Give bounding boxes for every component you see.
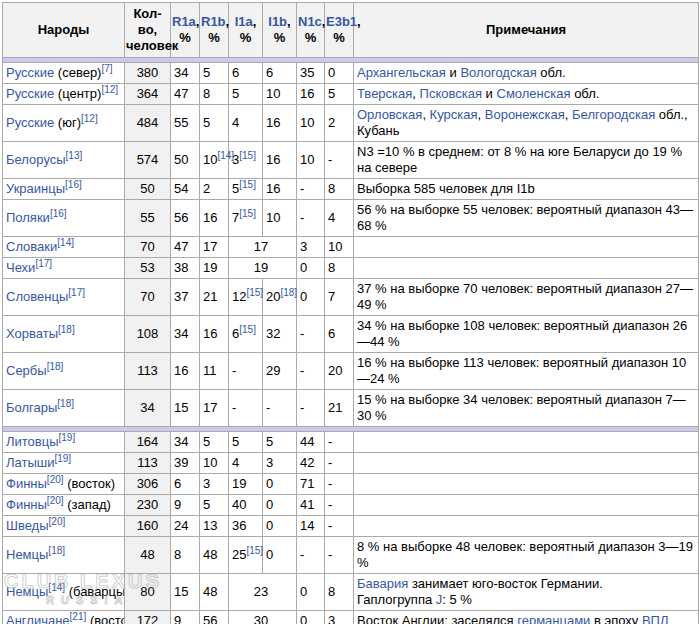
haplogroup-link-E3b1[interactable]: E3b1 [326,14,357,29]
wiki-link[interactable]: Словаки [6,239,57,254]
wiki-link[interactable]: Украинцы [6,181,65,196]
wiki-link[interactable]: Англичане [6,613,70,624]
footnote-ref[interactable]: [17] [35,258,52,269]
wiki-link[interactable]: Шведы [6,518,49,533]
wiki-link[interactable]: Финны [6,476,47,491]
value-cell: 10 [325,237,354,258]
footnote-ref-link[interactable]: [15] [239,208,256,219]
footnote-ref-link[interactable]: [20] [47,474,64,485]
footnote-ref-link[interactable]: [18] [47,361,64,372]
wiki-link[interactable]: Архангельская [357,65,446,80]
haplogroup-link-R1a[interactable]: R1a [172,14,196,29]
footnote-ref[interactable]: [20] [47,495,64,506]
wiki-link[interactable]: Белорусы [6,152,66,167]
wiki-link[interactable]: Белгородская [572,107,655,122]
footnote-ref[interactable]: [14] [57,237,74,248]
footnote-ref-link[interactable]: [12] [81,113,98,124]
wiki-link[interactable]: Латыши [6,455,54,470]
wiki-link[interactable]: Хорваты [6,326,58,341]
wiki-link[interactable]: Псковская [420,86,482,101]
wiki-link[interactable]: Немцы [6,584,48,599]
footnote-ref-link[interactable]: [15] [246,287,263,298]
footnote-ref[interactable]: [18] [58,324,75,335]
footnote-ref-link[interactable]: [17] [68,287,85,298]
footnote-ref[interactable]: [19] [59,432,76,443]
people-cell: Литовцы[19] [3,432,125,453]
footnote-ref[interactable]: [18] [280,287,297,298]
wiki-link[interactable]: Финны [6,497,47,512]
footnote-ref[interactable]: [20] [47,474,64,485]
footnote-ref[interactable]: [15] [239,324,256,335]
footnote-ref-link[interactable]: [17] [35,258,52,269]
footnote-ref-link[interactable]: [15] [239,324,256,335]
footnote-ref-link[interactable]: [20] [49,516,66,527]
haplogroup-link-R1b[interactable]: R1b [201,14,226,29]
wiki-link[interactable]: Вологодская [460,65,536,80]
footnote-ref[interactable]: [17] [68,287,85,298]
footnote-ref[interactable]: [18] [48,545,65,556]
wiki-link[interactable]: Сербы [6,363,47,378]
wiki-link[interactable]: Словенцы [6,289,68,304]
footnote-ref-link[interactable]: [19] [59,432,76,443]
wiki-link[interactable]: Орловская [357,107,422,122]
wiki-link[interactable]: Тверская [357,86,412,101]
footnote-ref-link[interactable]: [16] [65,179,82,190]
footnote-ref[interactable]: [12] [101,84,118,95]
haplogroup-link-I1a[interactable]: I1a [235,14,253,29]
value-cell: 10 [263,84,297,105]
footnote-ref[interactable]: [21] [70,611,87,622]
wiki-link[interactable]: Чехи [6,260,35,275]
footnote-ref[interactable]: [18] [47,361,64,372]
footnote-ref[interactable]: [16] [65,179,82,190]
haplogroup-link-N1c[interactable]: N1c [298,14,322,29]
footnote-ref[interactable]: [13] [66,150,83,161]
footnote-ref-link[interactable]: [16] [50,208,67,219]
wiki-link[interactable]: германцами [517,613,590,624]
footnote-ref-link[interactable]: [14] [57,237,74,248]
footnote-ref-link[interactable]: [14] [48,582,65,593]
wiki-link[interactable]: Русские [6,115,54,130]
footnote-ref[interactable]: [15] [239,179,256,190]
wiki-link[interactable]: Поляки [6,210,50,225]
footnote-ref[interactable]: [20] [49,516,66,527]
value-cell: 42 [297,453,325,474]
footnote-ref-link[interactable]: [15] [239,179,256,190]
footnote-ref-link[interactable]: [18] [58,324,75,335]
footnote-ref[interactable]: [15] [246,545,263,556]
footnote-ref-link[interactable]: [18] [280,287,297,298]
wiki-link[interactable]: Литовцы [6,434,59,449]
footnote-ref-link[interactable]: [15] [239,150,256,161]
footnote-ref[interactable]: [15] [246,287,263,298]
wiki-link[interactable]: Воронежская [485,107,565,122]
value-cell: 15 [171,574,200,611]
footnote-ref[interactable]: [19] [54,453,71,464]
footnote-ref-link[interactable]: [15] [246,545,263,556]
footnote-ref[interactable]: [15] [239,208,256,219]
value-cell: - [263,390,297,427]
wiki-link[interactable]: Курская [430,107,478,122]
wiki-link[interactable]: Русские [6,65,54,80]
footnote-ref-link[interactable]: [12] [101,84,118,95]
footnote-ref-link[interactable]: [19] [54,453,71,464]
footnote-ref-link[interactable]: [21] [70,611,87,622]
wiki-link[interactable]: Немцы [6,547,48,562]
footnote-ref[interactable]: [16] [50,208,67,219]
value-cell: 16 [263,105,297,142]
footnote-ref[interactable]: [12] [81,113,98,124]
footnote-ref-link[interactable]: [7] [101,63,112,74]
footnote-ref[interactable]: [15] [239,150,256,161]
footnote-ref[interactable]: [14] [48,582,65,593]
footnote-ref[interactable]: [18] [57,398,74,409]
wiki-link[interactable]: J [436,592,443,607]
footnote-ref-link[interactable]: [13] [66,150,83,161]
footnote-ref-link[interactable]: [18] [48,545,65,556]
footnote-ref[interactable]: [7] [101,63,112,74]
wiki-link[interactable]: Русские [6,86,54,101]
footnote-ref-link[interactable]: [20] [47,495,64,506]
wiki-link[interactable]: ВПЛ [642,613,669,624]
haplogroup-link-I1b[interactable]: I1b [268,14,287,29]
footnote-ref-link[interactable]: [18] [57,398,74,409]
wiki-link[interactable]: Бавария [357,576,408,591]
wiki-link[interactable]: Болгары [6,400,57,415]
wiki-link[interactable]: Смоленская [497,86,571,101]
